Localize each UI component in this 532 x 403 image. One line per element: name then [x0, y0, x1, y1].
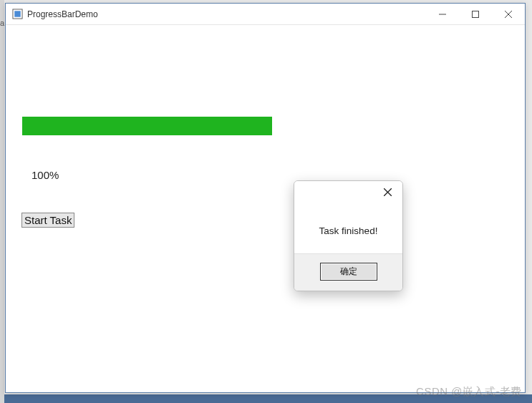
client-area: 100% Start Task Task finished! 确定	[6, 25, 525, 392]
left-edge-char: a	[0, 19, 4, 27]
minimize-icon	[439, 11, 446, 18]
close-button[interactable]	[492, 4, 525, 25]
progress-bar	[22, 117, 272, 135]
maximize-button[interactable]	[459, 4, 492, 25]
progress-percent-label: 100%	[32, 169, 59, 181]
window-title: ProgressBarDemo	[27, 9, 98, 19]
left-edge-strip: a	[0, 0, 4, 403]
dialog-message: Task finished!	[294, 203, 402, 253]
svg-rect-3	[473, 11, 479, 17]
dialog-footer: 确定	[294, 253, 402, 291]
dialog-titlebar	[294, 181, 402, 203]
svg-rect-1	[14, 11, 20, 16]
minimize-button[interactable]	[426, 4, 459, 25]
watermark-text: CSDN @嵌入式-老费	[416, 385, 522, 399]
maximize-icon	[472, 11, 479, 18]
main-window: ProgressBarDemo 100% Start Task Task fin…	[5, 3, 526, 393]
close-icon	[384, 188, 392, 196]
message-dialog: Task finished! 确定	[294, 180, 403, 291]
app-icon	[11, 9, 23, 20]
titlebar: ProgressBarDemo	[6, 4, 525, 25]
dialog-close-button[interactable]	[372, 181, 402, 203]
close-icon	[505, 11, 512, 18]
start-task-button[interactable]: Start Task	[21, 213, 74, 228]
dialog-ok-button[interactable]: 确定	[320, 263, 377, 281]
